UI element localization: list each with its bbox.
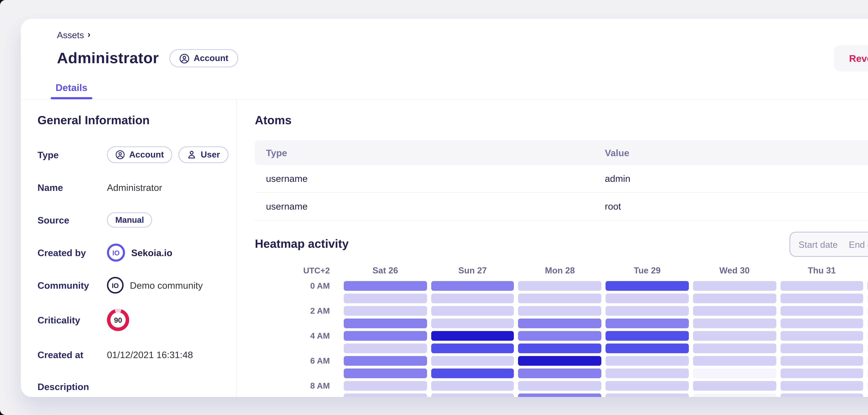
heatmap-cell [693,331,776,341]
heatmap-cell [431,319,514,328]
heatmap-rows: 0 AM2 AM4 AM6 AM8 AM10 AM [255,281,868,397]
card-header: Assets › Administrator Account [21,19,868,99]
heatmap-cell [431,344,514,353]
atom-type-cell: username [255,173,605,184]
heatmap-hour-label: 0 AM [255,281,344,291]
end-date-input[interactable]: End date [849,239,868,250]
type-badge-account: Account [107,147,172,163]
created-at-label: Created at [37,349,107,360]
source-badge: Manual [107,212,152,228]
community-value: Demo community [130,280,203,290]
atom-value-cell: root [605,201,868,212]
heatmap-hour-label: 2 AM [255,306,344,316]
heatmap-cell [344,293,427,303]
type-label: Type [37,150,107,160]
heatmap-cell [344,344,427,353]
breadcrumb-link-assets[interactable]: Assets [57,30,84,40]
heatmap-cell [693,281,776,291]
heatmap-day-header: UTC+2 Sat 26Sun 27Mon 28Tue 29Wed 30Thu … [255,266,868,276]
atoms-heading: Atoms [255,114,868,128]
sekoia-logo-icon: IO [107,244,125,262]
heatmap-cell [518,393,601,397]
heatmap-cell [780,293,863,303]
criticality-label: Criticality [37,315,107,325]
table-row: usernameadmin [255,165,868,193]
info-row-name: Name Administrator [37,178,219,196]
name-value: Administrator [107,182,162,193]
heatmap-cell [780,369,863,378]
community-logo-icon: IO [107,277,124,293]
source-label: Source [37,215,107,225]
general-information-heading: General Information [37,114,219,128]
heatmap-cell [780,393,863,397]
heatmap-cell [344,319,427,328]
atoms-rows: usernameadminusernameroot [255,165,868,221]
revoke-button[interactable]: Revoke [834,45,868,71]
asset-detail-card: Assets › Administrator Account [21,19,868,397]
table-row: usernameroot [255,193,868,221]
heatmap-grid: UTC+2 Sat 26Sun 27Mon 28Tue 29Wed 30Thu … [255,266,868,397]
heatmap-cell [431,281,514,291]
heatmap-row: 4 AM [255,331,868,341]
info-row-created-at: Created at 01/12/2021 16:31:48 [37,346,219,364]
heatmap-day-label: Sat 26 [344,266,427,276]
heatmap-row: 8 AM [255,381,868,391]
heatmap-cell [606,281,689,291]
date-range-picker[interactable]: Start date End date [789,232,868,257]
description-block: Description IT Administrator [37,382,219,397]
info-row-community: Community IO Demo community [37,276,219,294]
heatmap-header: Heatmap activity Start date End date [255,232,868,257]
heatmap-hour-label: 6 AM [255,356,344,366]
heatmap-row [255,319,868,328]
tab-active-underline [51,97,92,99]
start-date-input[interactable]: Start date [799,239,838,250]
heatmap-cell [606,319,689,328]
heatmap-cell [518,331,601,341]
account-circle-icon [179,53,189,64]
account-circle-icon [115,150,125,160]
tab-details[interactable]: Details [51,82,92,99]
heatmap-cell [606,381,689,391]
user-icon [187,150,196,160]
heatmap-cell [780,331,863,341]
heatmap-cell [693,306,776,316]
atoms-table-header: Type Value [255,140,868,165]
title-row: Administrator Account Revoke Edit [57,45,868,71]
heatmap-cell [344,369,427,378]
atom-value-cell: admin [605,173,868,184]
heatmap-cell [780,306,863,316]
heatmap-cell [693,344,776,353]
heatmap-cell [431,356,514,366]
heatmap-cell [606,331,689,341]
badge-label: Account [129,150,164,160]
heatmap-cell [606,356,689,366]
heatmap-cell [606,344,689,353]
heatmap-timezone-label: UTC+2 [255,266,344,276]
heatmap-hour-label: 8 AM [255,381,344,391]
heatmap-cell [693,356,776,366]
community-label: Community [37,280,107,290]
heatmap-cell [344,281,427,291]
heatmap-cell [606,293,689,303]
tab-bar: Details [36,81,868,99]
criticality-gauge: 90 [107,309,129,331]
heatmap-cell [518,344,601,353]
heatmap-day-label: Sun 27 [431,266,514,276]
tab-details-label: Details [56,82,88,93]
general-information-panel: General Information Type [21,100,237,397]
heatmap-heading: Heatmap activity [255,237,349,251]
heatmap-row [255,344,868,353]
heatmap-cell [693,381,776,391]
atoms-column-type: Type [255,148,605,158]
heatmap-day-label: Wed 30 [693,266,776,276]
heatmap-cell [518,381,601,391]
info-row-type: Type Account [37,146,219,164]
heatmap-hour-label: 4 AM [255,331,344,341]
heatmap-day-label: Tue 29 [606,266,689,276]
heatmap-row [255,293,868,303]
heatmap-cell [431,381,514,391]
heatmap-cell [780,381,863,391]
heatmap-cell [431,306,514,316]
chevron-right-icon: › [88,29,90,39]
heatmap-cell [780,281,863,291]
